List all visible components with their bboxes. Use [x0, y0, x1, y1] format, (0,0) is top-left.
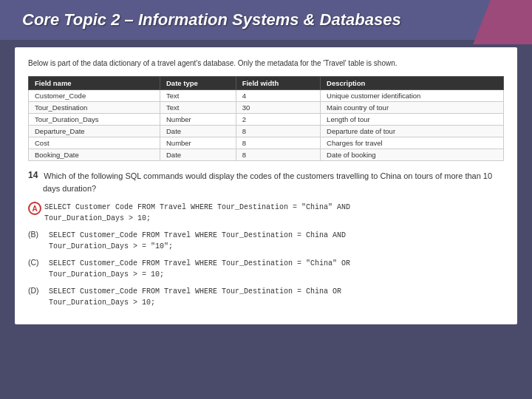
table-cell: 8: [236, 137, 320, 149]
table-cell: 4: [236, 90, 320, 102]
col-header-description: Description: [321, 77, 504, 90]
table-cell: 30: [236, 102, 320, 114]
question-text: Which of the following SQL commands woul…: [43, 170, 504, 194]
header-title: Core Topic 2 – Information Systems & Dat…: [22, 10, 401, 30]
table-cell: 2: [236, 114, 320, 126]
content-area: Below is part of the data dictionary of …: [15, 47, 517, 324]
table-cell: Length of tour: [321, 114, 504, 126]
option-code: SELECT Customer_Code FROM Travel WHERE T…: [49, 258, 350, 280]
header-accent: [473, 0, 532, 44]
table-cell: Departure date of tour: [321, 126, 504, 137]
table-cell: Date: [160, 126, 236, 137]
question-section: 14 Which of the following SQL commands w…: [28, 170, 504, 202]
header-bar: Core Topic 2 – Information Systems & Dat…: [0, 0, 532, 40]
option-code: SELECT Customer Code FROM Travel WHERE T…: [44, 202, 350, 224]
option-label: (C): [28, 258, 49, 267]
table-cell: Departure_Date: [29, 126, 160, 137]
table-cell: Number: [160, 114, 236, 126]
table-row: Tour_Duration_DaysNumber2Length of tour: [29, 114, 504, 126]
table-cell: Main country of tour: [321, 102, 504, 114]
option-item: (C) SELECT Customer_Code FROM Travel WHE…: [28, 258, 504, 280]
table-cell: Date of booking: [321, 149, 504, 161]
option-code: SELECT Customer_Code FROM Travel WHERE T…: [49, 230, 346, 252]
table-cell: Number: [160, 137, 236, 149]
option-item: A SELECT Customer Code FROM Travel WHERE…: [28, 202, 504, 224]
table-cell: Charges for travel: [321, 137, 504, 149]
option-circle-label: A: [28, 202, 41, 215]
options-list: A SELECT Customer Code FROM Travel WHERE…: [28, 202, 504, 308]
table-row: CostNumber8Charges for travel: [29, 137, 504, 149]
table-cell: Date: [160, 149, 236, 161]
option-item: (B) SELECT Customer_Code FROM Travel WHE…: [28, 230, 504, 252]
option-label: (B): [28, 230, 49, 239]
intro-text: Below is part of the data dictionary of …: [28, 58, 504, 69]
table-cell: Cost: [29, 137, 160, 149]
table-row: Departure_DateDate8Departure date of tou…: [29, 126, 504, 137]
table-cell: Tour_Destination: [29, 102, 160, 114]
col-header-fieldwidth: Field width: [236, 77, 320, 90]
table-cell: Text: [160, 102, 236, 114]
question-number: 14: [28, 170, 38, 180]
table-cell: Booking_Date: [29, 149, 160, 161]
col-header-fieldname: Field name: [29, 77, 160, 90]
table-row: Tour_DestinationText30Main country of to…: [29, 102, 504, 114]
table-cell: 8: [236, 126, 320, 137]
option-label: (D): [28, 286, 49, 295]
table-cell: Tour_Duration_Days: [29, 114, 160, 126]
data-dictionary-table: Field name Date type Field width Descrip…: [28, 76, 504, 161]
table-cell: Unique customer identification: [321, 90, 504, 102]
option-item: (D) SELECT Customer_Code FROM Travel WHE…: [28, 286, 504, 308]
table-cell: Text: [160, 90, 236, 102]
slide: Core Topic 2 – Information Systems & Dat…: [0, 0, 532, 399]
col-header-datatype: Date type: [160, 77, 236, 90]
table-row: Customer_CodeText4Unique customer identi…: [29, 90, 504, 102]
table-cell: 8: [236, 149, 320, 161]
table-cell: Customer_Code: [29, 90, 160, 102]
option-code: SELECT Customer_Code FROM Travel WHERE T…: [49, 286, 341, 308]
table-row: Booking_DateDate8Date of booking: [29, 149, 504, 161]
